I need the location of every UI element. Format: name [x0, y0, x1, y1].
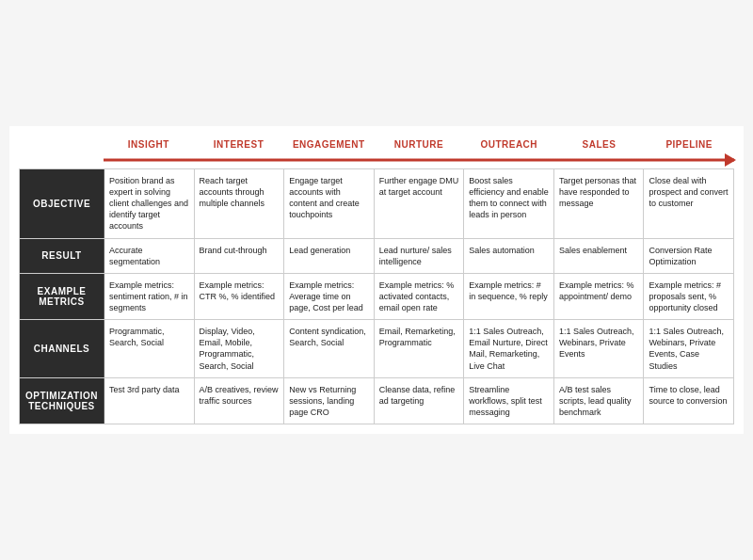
data-cell-0-2: Engage target accounts with content and … [284, 169, 375, 238]
data-cell-2-3: Example metrics: % activated contacts, e… [375, 274, 465, 319]
table-row-4: OPTIMIZATION TECHNIQUESTest 3rd party da… [20, 378, 733, 424]
stage-label-pipeline: PIPELINE [644, 136, 734, 153]
data-cell-3-0: Programmatic, Search, Social [104, 320, 195, 377]
data-cell-1-6: Conversion Rate Optimization [644, 239, 733, 273]
data-cell-3-3: Email, Remarketing, Programmatic [375, 320, 465, 377]
stage-label-outreach: OUTREACH [464, 136, 554, 153]
data-cell-4-6: Time to close, lead source to conversion [644, 378, 733, 424]
data-cell-4-0: Test 3rd party data [104, 378, 195, 424]
data-cell-1-2: Lead generation [284, 239, 375, 273]
data-cell-1-3: Lead nurture/ sales intelligence [375, 239, 465, 273]
data-cell-0-4: Boost sales efficiency and enable them t… [464, 169, 554, 238]
data-cell-3-4: 1:1 Sales Outreach, Email Nurture, Direc… [464, 320, 554, 377]
data-cell-4-5: A/B test sales scripts, lead quality ben… [554, 378, 645, 424]
data-cell-4-3: Cleanse data, refine ad targeting [375, 378, 465, 424]
row-label-0: OBJECTIVE [20, 169, 104, 238]
data-cell-2-0: Example metrics: sentiment ration, # in … [104, 274, 195, 319]
data-cell-1-4: Sales automation [464, 239, 554, 273]
stage-label-engagement: ENGAGEMENT [283, 136, 374, 153]
data-cell-0-0: Position brand as expert in solving clie… [104, 169, 195, 238]
data-cell-0-5: Target personas that have responded to m… [554, 169, 645, 238]
table-row-3: CHANNELSProgrammatic, Search, SocialDisp… [20, 320, 733, 378]
main-wrapper: INSIGHTINTERESTENGAGEMENTNURTUREOUTREACH… [9, 126, 744, 434]
data-cell-4-4: Streamline workflows, split test messagi… [464, 378, 554, 424]
data-cell-0-6: Close deal with prospect and convert to … [644, 169, 733, 238]
table-row-1: RESULTAccurate segmentationBrand cut-thr… [20, 239, 733, 274]
progress-arrow [104, 153, 734, 167]
main-table: OBJECTIVEPosition brand as expert in sol… [19, 168, 734, 424]
table-row-0: OBJECTIVEPosition brand as expert in sol… [20, 169, 733, 239]
row-label-3: CHANNELS [20, 320, 104, 377]
data-cell-0-3: Further engage DMU at target account [375, 169, 465, 238]
data-cell-1-5: Sales enablement [554, 239, 645, 273]
data-cell-1-1: Brand cut-through [195, 239, 285, 273]
data-cell-3-2: Content syndication, Search, Social [284, 320, 375, 377]
table-row-2: EXAMPLE METRICSExample metrics: sentimen… [20, 274, 733, 320]
data-cell-1-0: Accurate segmentation [104, 239, 195, 273]
stage-header-row: INSIGHTINTERESTENGAGEMENTNURTUREOUTREACH… [104, 136, 734, 153]
data-cell-3-6: 1:1 Sales Outreach, Webinars, Private Ev… [644, 320, 733, 377]
row-label-2: EXAMPLE METRICS [20, 274, 104, 319]
data-cell-2-5: Example metrics: % appointment/ demo [554, 274, 645, 319]
arrow-line [104, 158, 734, 161]
stage-label-insight: INSIGHT [104, 136, 194, 153]
row-label-1: RESULT [20, 239, 104, 273]
stage-label-interest: INTEREST [194, 136, 284, 153]
row-label-4: OPTIMIZATION TECHNIQUES [20, 378, 104, 424]
data-cell-2-2: Example metrics: Average time on page, C… [284, 274, 375, 319]
data-cell-3-5: 1:1 Sales Outreach, Webinars, Private Ev… [554, 320, 645, 377]
data-cell-4-2: New vs Returning sessions, landing page … [284, 378, 375, 424]
data-cell-3-1: Display, Video, Email, Mobile, Programma… [195, 320, 285, 377]
data-cell-0-1: Reach target accounts through multiple c… [195, 169, 285, 238]
data-cell-2-4: Example metrics: # in sequence, % reply [464, 274, 554, 319]
data-cell-2-6: Example metrics: # proposals sent, % opp… [644, 274, 733, 319]
data-cell-2-1: Example metrics: CTR %, % identified [195, 274, 285, 319]
stage-label-sales: SALES [554, 136, 645, 153]
data-cell-4-1: A/B creatives, review traffic sources [195, 378, 285, 424]
stage-label-nurture: NURTURE [374, 136, 464, 153]
arrow-head [725, 153, 736, 167]
